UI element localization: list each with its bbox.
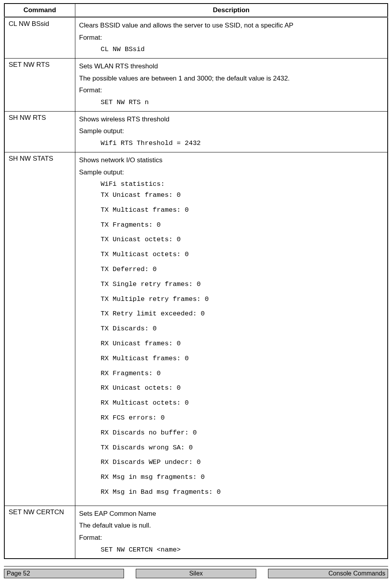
footer-row: Page 52 Silex Console Commands <box>4 569 388 578</box>
description-cell: Sets EAP Common Name The default value i… <box>75 506 388 559</box>
command-cell: SH NW STATS <box>4 152 75 506</box>
code-line: TX Unicast octets: 0 <box>79 235 384 244</box>
command-cell: SET NW RTS <box>4 59 75 112</box>
desc-text: Format: <box>79 33 384 43</box>
code-line: RX Discards WEP undecr: 0 <box>79 458 384 467</box>
code-line: RX Multicast frames: 0 <box>79 354 384 363</box>
code-line: TX Multicast octets: 0 <box>79 250 384 259</box>
desc-text: Clears BSSID value and allows the server… <box>79 21 384 31</box>
desc-text: Format: <box>79 533 384 543</box>
desc-text: Sets EAP Common Name <box>79 509 384 519</box>
code-line: TX Single retry frames: 0 <box>79 280 384 289</box>
table-row: SH NW STATS Shows network I/O statistics… <box>4 152 388 506</box>
desc-text: Sample output: <box>79 126 384 136</box>
code-line: RX Discards no buffer: 0 <box>79 428 384 438</box>
command-cell: CL NW BSsid <box>4 17 75 59</box>
code-line: RX Msg in Bad msg fragments: 0 <box>79 488 384 497</box>
desc-text: Format: <box>79 86 384 95</box>
code-line: RX Multicast octets: 0 <box>79 398 384 408</box>
description-cell: Clears BSSID value and allows the server… <box>75 17 388 59</box>
command-cell: SH NW RTS <box>4 111 75 152</box>
desc-text: The default value is null. <box>79 521 384 531</box>
code-line: SET NW RTS n <box>79 98 384 107</box>
code-line: RX FCS errors: 0 <box>79 413 384 423</box>
footer-divider <box>4 566 388 566</box>
table-row: CL NW BSsid Clears BSSID value and allow… <box>4 17 388 59</box>
table-row: SH NW RTS Shows wireless RTS threshold S… <box>4 111 388 152</box>
desc-text: Shows wireless RTS threshold <box>79 115 384 125</box>
code-line: TX Multiple retry frames: 0 <box>79 295 384 304</box>
description-cell: Shows network I/O statistics Sample outp… <box>75 152 388 506</box>
header-description: Description <box>75 4 388 17</box>
code-line: RX Unicast frames: 0 <box>79 339 384 348</box>
command-cell: SET NW CERTCN <box>4 506 75 559</box>
code-line: TX Fragments: 0 <box>79 220 384 230</box>
code-line: TX Multicast frames: 0 <box>79 205 384 215</box>
code-line: CL NW BSsid <box>79 45 384 54</box>
code-line: SET NW CERTCN <name> <box>79 545 384 555</box>
footer-section: Console Commands <box>268 569 388 578</box>
code-line: TX Unicast frames: 0 <box>79 191 384 200</box>
table-row: SET NW RTS Sets WLAN RTS threshold The p… <box>4 59 388 112</box>
code-line: TX Retry limit exceeded: 0 <box>79 309 384 319</box>
description-cell: Shows wireless RTS threshold Sample outp… <box>75 111 388 152</box>
commands-table: Command Description CL NW BSsid Clears B… <box>4 3 388 559</box>
code-line: RX Msg in msg fragments: 0 <box>79 473 384 482</box>
description-cell: Sets WLAN RTS threshold The possible val… <box>75 59 388 112</box>
code-line: Wifi RTS Threshold = 2432 <box>79 139 384 148</box>
code-line: TX Discards: 0 <box>79 324 384 334</box>
code-line: WiFi statistics: <box>79 180 384 189</box>
desc-text: The possible values are between 1 and 30… <box>79 74 384 84</box>
desc-text: Sample output: <box>79 168 384 178</box>
code-line: TX Deferred: 0 <box>79 265 384 274</box>
footer-page: Page 52 <box>4 569 124 578</box>
table-row: SET NW CERTCN Sets EAP Common Name The d… <box>4 506 388 559</box>
desc-text: Sets WLAN RTS threshold <box>79 62 384 71</box>
code-line: TX Discards wrong SA: 0 <box>79 443 384 453</box>
footer-brand: Silex <box>136 569 256 578</box>
code-line: RX Fragments: 0 <box>79 369 384 378</box>
desc-text: Shows network I/O statistics <box>79 156 384 165</box>
code-line: RX Unicast octets: 0 <box>79 383 384 393</box>
header-command: Command <box>4 4 75 17</box>
